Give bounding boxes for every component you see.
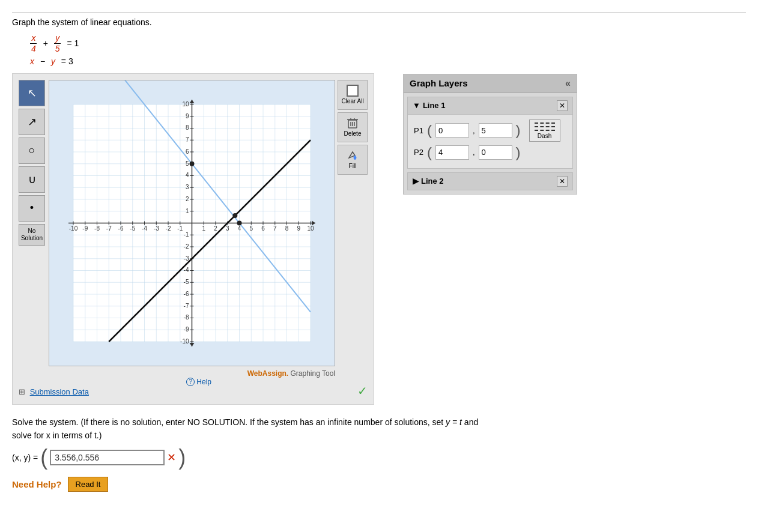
- graph-area: ↖ ↗ ○ ∪ • No Solution WebAssign. Graphin…: [19, 80, 368, 378]
- line1-expand-arrow[interactable]: ▼: [413, 101, 420, 110]
- clear-all-icon: [347, 85, 359, 97]
- line2-title: Line 2: [421, 177, 444, 186]
- line1-header: ▼ Line 1 ✕: [408, 97, 572, 115]
- graphing-tool-label: Graphing Tool: [291, 369, 336, 378]
- checkmark-area: ✓: [357, 384, 368, 398]
- pointer-tool[interactable]: ↖: [19, 80, 45, 106]
- line1-body: P1 ( , ) Dash: [408, 115, 572, 168]
- graph-canvas[interactable]: [49, 80, 335, 366]
- checkmark-icon: ✓: [357, 384, 368, 397]
- clear-all-button[interactable]: Clear All: [338, 80, 368, 110]
- p2-label: P2: [414, 148, 423, 157]
- line2-layer: ▶ Line 2 ✕: [407, 172, 573, 190]
- y-eq-t: y = t: [446, 417, 462, 427]
- equation-block: x 4 + y 5 = 1 x − y = 3: [30, 33, 746, 66]
- graph-layers-panel: Graph Layers « ▼ Line 1 ✕ P1 ( , ): [403, 74, 577, 195]
- p1-row: P1 ( , ) Dash: [414, 119, 566, 142]
- submission-data-link[interactable]: Submission Data: [30, 387, 89, 396]
- help-label: Help: [196, 378, 211, 386]
- answer-input[interactable]: [50, 450, 165, 465]
- need-help-row: Need Help? Read It: [12, 477, 746, 492]
- problem-instruction: Graph the system of linear equations.: [12, 17, 746, 27]
- right-panel: Clear All Delete Fill: [338, 80, 368, 378]
- plus-icon: ⊞: [19, 387, 25, 396]
- solve-instruction: Solve the system. (If there is no soluti…: [12, 416, 481, 443]
- p2-y-input[interactable]: [479, 145, 512, 160]
- submission-data-row: ⊞ Submission Data: [19, 387, 89, 396]
- need-help-label: Need Help?: [12, 479, 62, 489]
- line2-close-button[interactable]: ✕: [557, 176, 568, 187]
- help-button[interactable]: ? Help: [186, 378, 211, 386]
- graph-layers-title: Graph Layers: [410, 78, 468, 88]
- line-tool[interactable]: ↗: [19, 109, 45, 135]
- dash-line-icon3: [535, 130, 555, 131]
- dash-line-icon: [535, 122, 555, 124]
- graph-canvas-wrapper: WebAssign. Graphing Tool: [49, 80, 335, 378]
- p1-x-input[interactable]: [435, 123, 469, 138]
- collapse-button[interactable]: «: [565, 78, 571, 89]
- line1-title: Line 1: [423, 101, 446, 110]
- no-solution-button[interactable]: No Solution: [19, 224, 45, 246]
- help-icon: ?: [186, 378, 195, 386]
- delete-label: Delete: [344, 130, 362, 137]
- delete-icon: [347, 117, 359, 129]
- delete-button[interactable]: Delete: [338, 112, 368, 142]
- p2-x-input[interactable]: [435, 145, 469, 160]
- xy-label: (x, y) =: [12, 451, 38, 464]
- fraction-x: x 4: [30, 33, 37, 54]
- clear-all-label: Clear All: [341, 98, 363, 104]
- graph-layers-header: Graph Layers «: [404, 74, 577, 93]
- answer-row: (x, y) = ( ✕ ): [12, 447, 481, 468]
- circle-tool[interactable]: ○: [19, 138, 45, 164]
- help-button-wrap: ? Help: [186, 378, 211, 386]
- read-it-button[interactable]: Read It: [68, 477, 109, 492]
- p1-y-input[interactable]: [479, 123, 512, 138]
- fill-label: Fill: [349, 163, 357, 169]
- equation-2: x − y = 3: [30, 56, 746, 66]
- dash-line-icon2: [535, 126, 555, 127]
- graphing-tool-container: ↖ ↗ ○ ∪ • No Solution WebAssign. Graphin…: [12, 73, 374, 405]
- equation-1: x 4 + y 5 = 1: [30, 33, 746, 54]
- clear-answer-button[interactable]: ✕: [167, 449, 176, 467]
- p2-row: P2 ( , ): [414, 145, 566, 160]
- dash-button[interactable]: Dash: [529, 119, 560, 142]
- webassign-brand: WebAssign.: [247, 369, 288, 378]
- fill-button[interactable]: Fill: [338, 145, 368, 175]
- parabola-tool[interactable]: ∪: [19, 166, 45, 193]
- line1-layer: ▼ Line 1 ✕ P1 ( , ): [407, 97, 573, 169]
- graph-footer: WebAssign. Graphing Tool: [49, 369, 335, 378]
- fill-icon: [347, 150, 359, 162]
- line1-close-button[interactable]: ✕: [557, 100, 568, 111]
- line2-header: ▶ Line 2 ✕: [408, 173, 572, 190]
- close-paren: ): [178, 447, 186, 468]
- solve-section: Solve the system. (If there is no soluti…: [12, 416, 481, 469]
- fraction-y: y 5: [54, 33, 61, 54]
- dash-label: Dash: [538, 133, 551, 139]
- point-tool[interactable]: •: [19, 195, 45, 222]
- line2-expand-arrow[interactable]: ▶: [413, 177, 419, 186]
- open-paren: (: [40, 447, 47, 468]
- toolbar: ↖ ↗ ○ ∪ • No Solution: [19, 80, 45, 378]
- p1-label: P1: [414, 126, 423, 135]
